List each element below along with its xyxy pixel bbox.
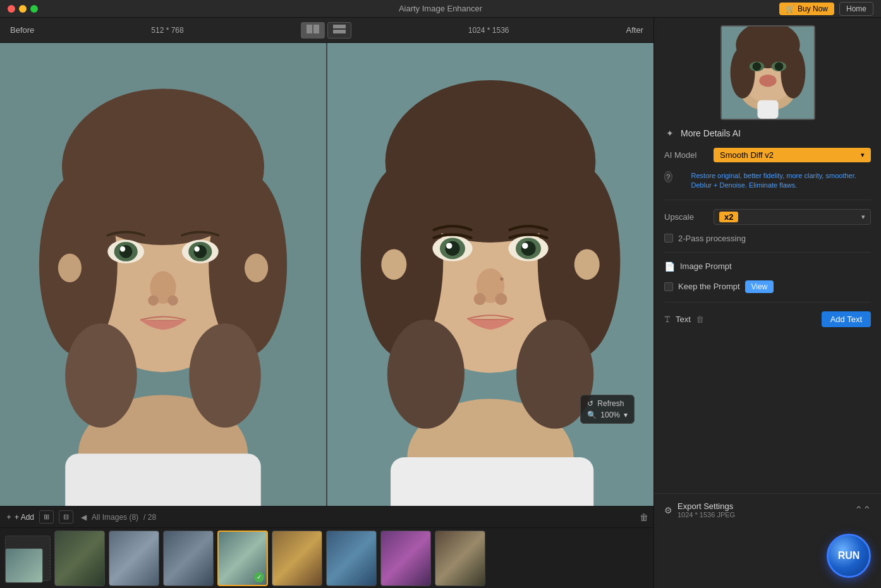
divider-3	[664, 302, 871, 303]
svg-point-35	[387, 320, 465, 429]
svg-point-47	[495, 293, 507, 305]
preview-thumbnail	[720, 25, 815, 120]
svg-point-60	[774, 62, 783, 71]
nav-back-icon[interactable]: ◀	[81, 513, 87, 522]
zoom-chevron: ▾	[624, 411, 628, 419]
refresh-button[interactable]: ↺ Refresh	[587, 399, 628, 408]
image-viewer: Before 512 * 768 1024 * 1536 After	[0, 18, 653, 588]
divider-1	[664, 200, 871, 200]
export-settings: ⚙ Export Settings 1024 * 1536 JPEG ⌃⌃	[654, 493, 881, 526]
svg-rect-2	[333, 25, 346, 28]
close-button[interactable]	[8, 5, 15, 13]
svg-point-13	[189, 323, 261, 428]
thumbnail-6[interactable]	[326, 531, 377, 586]
run-button-area: RUN	[654, 526, 881, 588]
count-label: / 28	[143, 513, 156, 522]
zoom-refresh-overlay: ↺ Refresh 🔍 100% ▾	[580, 395, 635, 424]
view-button[interactable]: View	[745, 280, 774, 293]
maximize-button[interactable]	[30, 5, 38, 13]
thumbnail-8[interactable]	[435, 531, 485, 586]
svg-point-59	[752, 62, 761, 71]
viewer-topbar: Before 512 * 768 1024 * 1536 After	[0, 18, 653, 43]
thumbnail-7[interactable]	[380, 531, 431, 586]
upscale-label: Upscale	[664, 212, 708, 222]
svg-point-12	[65, 323, 137, 428]
thumbnail-4[interactable]: ✓	[217, 531, 268, 586]
export-icon: ⚙	[664, 505, 672, 515]
app-title: Aiarty Image Enhancer	[399, 4, 482, 13]
grid-view-button[interactable]: ⊞	[39, 510, 54, 524]
svg-point-26	[245, 253, 268, 282]
svg-point-50	[500, 277, 503, 280]
thumbnail-3[interactable]	[163, 531, 214, 586]
svg-point-21	[195, 246, 200, 251]
text-row: 𝚃 Text 🗑 Add Text	[664, 311, 871, 327]
upscale-value: x2	[719, 212, 738, 222]
delete-button[interactable]: 🗑	[640, 512, 648, 522]
two-pass-checkbox[interactable]	[664, 234, 673, 243]
svg-rect-30	[391, 457, 593, 506]
thumbnail-small[interactable]	[5, 548, 43, 583]
zoom-icon: 🔍	[587, 411, 597, 419]
filmstrip: + ✓	[0, 528, 653, 588]
preview-area	[654, 18, 881, 128]
settings-panel: ✦ More Details AI AI Model Smooth Diff v…	[654, 128, 881, 337]
thumbnail-2[interactable]	[109, 531, 159, 586]
ai-model-row: AI Model Smooth Diff v2 ▾	[664, 148, 871, 162]
filmstrip-bar: ＋ + Add ⊞ ⊟ ◀ All Images (8) / 28 🗑 + ✓	[0, 506, 653, 588]
add-button[interactable]: ＋ + Add	[5, 512, 34, 522]
text-icon: 𝚃	[664, 314, 671, 325]
help-icon[interactable]: ?	[664, 171, 672, 183]
svg-point-24	[167, 296, 178, 306]
image-prompt-label: Image Prompt	[680, 261, 732, 271]
export-info: Export Settings 1024 * 1536 JPEG	[677, 501, 735, 519]
run-button[interactable]: RUN	[827, 534, 871, 578]
before-resolution: 512 * 768	[151, 26, 183, 35]
svg-point-46	[474, 293, 486, 305]
thumbnail-5[interactable]	[272, 531, 322, 586]
upscale-chevron: ▾	[861, 213, 865, 221]
minimize-button[interactable]	[19, 5, 27, 13]
svg-point-43	[446, 243, 452, 248]
svg-rect-0	[307, 25, 312, 33]
upscale-select[interactable]: x2 ▾	[714, 209, 871, 225]
model-desc-row: ? Restore original, better fidelity, mor…	[664, 171, 871, 191]
right-panel: ✦ More Details AI AI Model Smooth Diff v…	[653, 18, 881, 588]
side-by-side-button[interactable]	[327, 22, 351, 39]
export-resolution: 1024 * 1536 JPEG	[677, 511, 735, 519]
ai-model-select[interactable]: Smooth Diff v2 ▾	[714, 148, 871, 162]
buy-now-button[interactable]: 🛒 Buy Now	[779, 3, 834, 15]
split-view-button[interactable]	[301, 22, 325, 39]
svg-point-42	[521, 241, 535, 256]
keep-prompt-label: Keep the Prompt	[678, 282, 740, 291]
svg-point-41	[445, 241, 459, 256]
svg-rect-3	[333, 30, 346, 33]
export-label: Export Settings	[677, 501, 735, 511]
divider-2	[664, 252, 871, 253]
svg-point-55	[730, 47, 755, 99]
export-chevron[interactable]: ⌃⌃	[854, 504, 871, 516]
svg-point-23	[148, 296, 159, 306]
svg-rect-1	[313, 25, 319, 33]
spacer	[654, 337, 881, 493]
svg-point-49	[574, 249, 600, 279]
home-button[interactable]: Home	[839, 2, 873, 16]
upscale-row: Upscale x2 ▾	[664, 209, 871, 225]
two-pass-label: 2-Pass processing	[678, 234, 746, 243]
traffic-lights	[8, 5, 38, 13]
text-label: Text	[676, 315, 691, 324]
after-panel: ↺ Refresh 🔍 100% ▾	[327, 43, 653, 506]
keep-prompt-checkbox[interactable]	[664, 282, 673, 291]
text-trash-icon[interactable]: 🗑	[696, 315, 704, 324]
split-icon	[307, 25, 319, 33]
plus-icon: ＋	[5, 512, 13, 522]
thumbnail-1[interactable]	[54, 531, 105, 586]
ai-model-chevron: ▾	[861, 151, 865, 159]
add-text-button[interactable]: Add Text	[822, 311, 871, 327]
zoom-control[interactable]: 🔍 100% ▾	[587, 411, 628, 419]
list-view-button[interactable]: ⊟	[59, 510, 73, 524]
after-label: After	[626, 25, 643, 35]
side-by-side-icon	[333, 25, 346, 33]
before-label: Before	[10, 25, 34, 35]
svg-rect-62	[757, 100, 778, 119]
